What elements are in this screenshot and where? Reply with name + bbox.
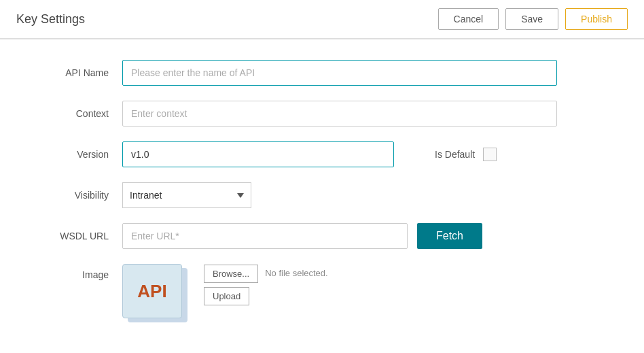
version-row: Version Is Default [41,141,603,167]
header-buttons: Cancel Save Publish [438,8,628,30]
context-row: Context [41,101,603,127]
visibility-label: Visibility [41,190,122,201]
wsdl-url-row: WSDL URL Fetch [41,223,603,249]
visibility-row: Visibility Intranet Public Private [41,182,603,208]
wsdl-url-label: WSDL URL [41,231,122,241]
cancel-button[interactable]: Cancel [438,8,499,30]
context-input[interactable] [122,101,557,127]
form-body: API Name Context Version Is Default Visi… [0,39,644,353]
api-name-input[interactable] [122,60,557,86]
save-button[interactable]: Save [505,8,558,30]
is-default-checkbox[interactable] [483,148,497,161]
image-label: Image [41,264,122,280]
upload-button[interactable]: Upload [204,287,249,305]
image-preview: API [122,264,190,325]
fetch-button[interactable]: Fetch [417,223,482,249]
browse-row: Browse... No file selected. [204,264,328,283]
visibility-select[interactable]: Intranet Public Private [122,182,251,208]
page-title: Key Settings [16,12,85,27]
wsdl-url-input[interactable] [122,223,408,249]
image-card-front: API [122,264,182,318]
version-label: Version [41,149,122,160]
no-file-label: No file selected. [265,264,328,283]
is-default-label: Is Default [435,149,475,160]
image-row: Image API Browse... No file selected. Up… [41,264,603,325]
wsdl-row-inner: Fetch [122,223,482,249]
version-and-default: Is Default [122,141,497,167]
publish-button[interactable]: Publish [565,8,628,30]
api-name-label: API Name [41,67,122,78]
is-default-section: Is Default [435,148,497,161]
image-buttons: Browse... No file selected. Upload [204,264,328,305]
fetch-btn-wrap: Fetch [417,223,482,249]
api-name-row: API Name [41,60,603,86]
api-icon-text: API [137,281,166,302]
browse-button[interactable]: Browse... [204,265,258,283]
version-input[interactable] [122,141,394,167]
header: Key Settings Cancel Save Publish [0,0,644,39]
context-label: Context [41,108,122,119]
